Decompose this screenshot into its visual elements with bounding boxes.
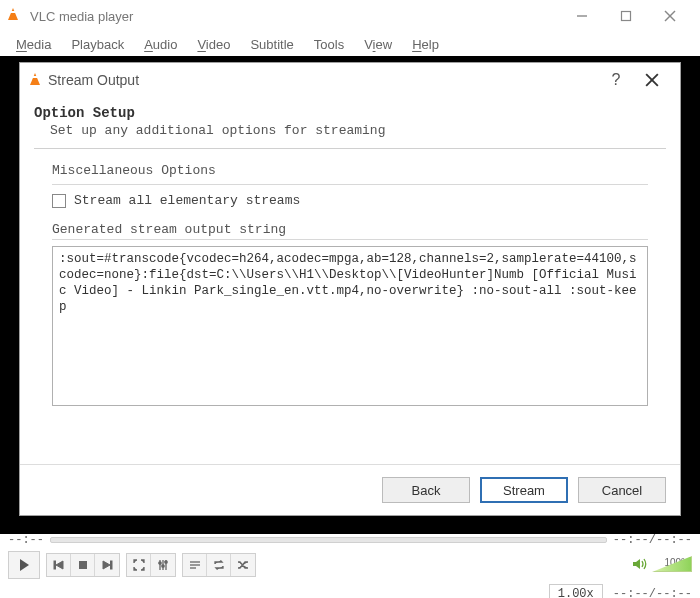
dialog-help-button[interactable]: ? [598, 66, 634, 94]
divider [52, 184, 648, 185]
menu-subtitle[interactable]: Subtitle [240, 35, 303, 54]
svg-marker-7 [56, 561, 63, 569]
divider [52, 239, 648, 240]
stream-all-checkbox[interactable] [52, 194, 66, 208]
dialog-button-row: Back Stream Cancel [20, 464, 680, 515]
vlc-cone-icon [30, 73, 40, 88]
svg-point-16 [165, 561, 167, 563]
close-button[interactable] [648, 1, 692, 31]
playback-controls: 100% [0, 546, 700, 584]
speaker-icon[interactable] [632, 557, 648, 573]
menu-video[interactable]: Video [187, 35, 240, 54]
svg-point-14 [159, 562, 161, 564]
dialog-close-button[interactable] [634, 66, 670, 94]
stream-output-dialog: Stream Output ? Option Setup Set up any … [19, 62, 681, 516]
seek-bar-row: --:-- --:--/--:-- [0, 534, 700, 546]
vlc-cone-icon [8, 8, 24, 24]
stream-button[interactable]: Stream [480, 477, 568, 503]
dialog-heading: Option Setup [34, 105, 666, 121]
shuffle-button[interactable] [231, 554, 255, 576]
previous-button[interactable] [47, 554, 71, 576]
fullscreen-button[interactable] [127, 554, 151, 576]
dialog-titlebar: Stream Output ? [20, 63, 680, 97]
svg-marker-9 [103, 561, 110, 569]
menu-playback[interactable]: Playback [61, 35, 134, 54]
svg-rect-10 [111, 561, 113, 569]
stream-all-label: Stream all elementary streams [74, 193, 300, 208]
menu-view[interactable]: View [354, 35, 402, 54]
cancel-button[interactable]: Cancel [578, 477, 666, 503]
playlist-button[interactable] [183, 554, 207, 576]
video-area: Stream Output ? Option Setup Set up any … [0, 56, 700, 534]
next-button[interactable] [95, 554, 119, 576]
main-titlebar: VLC media player [0, 0, 700, 32]
elapsed-time: --:-- [8, 533, 44, 547]
seek-slider[interactable] [50, 537, 607, 543]
svg-rect-1 [622, 12, 631, 21]
window-title: VLC media player [30, 9, 133, 24]
stop-button[interactable] [71, 554, 95, 576]
generated-string-label: Generated stream output string [52, 222, 648, 237]
svg-point-15 [162, 565, 164, 567]
menu-audio[interactable]: Audio [134, 35, 187, 54]
svg-marker-20 [633, 559, 640, 569]
time-display: --:--/--:-- [613, 587, 692, 598]
menu-tools[interactable]: Tools [304, 35, 354, 54]
maximize-button[interactable] [604, 1, 648, 31]
playback-speed[interactable]: 1.00x [549, 584, 603, 598]
generated-string-textarea[interactable]: :sout=#transcode{vcodec=h264,acodec=mpga… [52, 246, 648, 406]
svg-rect-8 [79, 562, 86, 569]
divider [34, 148, 666, 149]
dialog-subheading: Set up any additional options for stream… [34, 123, 666, 138]
minimize-button[interactable] [560, 1, 604, 31]
menubar: MediaPlaybackAudioVideoSubtitleToolsView… [0, 32, 700, 56]
loop-button[interactable] [207, 554, 231, 576]
dialog-title: Stream Output [48, 72, 139, 88]
volume-slider[interactable]: 100% [652, 556, 692, 574]
back-button[interactable]: Back [382, 477, 470, 503]
misc-options-label: Miscellaneous Options [52, 163, 648, 178]
play-button[interactable] [9, 552, 39, 578]
menu-media[interactable]: Media [6, 35, 61, 54]
extended-settings-button[interactable] [151, 554, 175, 576]
menu-help[interactable]: Help [402, 35, 449, 54]
total-time: --:--/--:-- [613, 533, 692, 547]
